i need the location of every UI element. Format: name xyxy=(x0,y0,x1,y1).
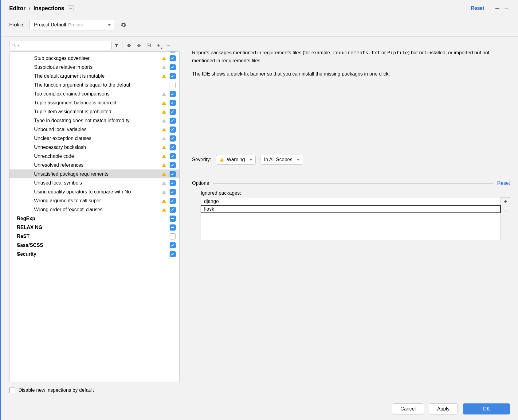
inspection-checkbox[interactable] xyxy=(170,52,176,52)
inspection-checkbox[interactable] xyxy=(170,162,176,168)
ignored-package-item[interactable]: django xyxy=(201,197,500,205)
cancel-button[interactable]: Cancel xyxy=(392,403,424,414)
inspection-checkbox[interactable] xyxy=(170,135,176,142)
inspection-checkbox[interactable] xyxy=(170,216,176,222)
svg-rect-24 xyxy=(164,147,164,148)
inspection-checkbox[interactable] xyxy=(170,153,176,159)
inspection-label: Sass/SCSS xyxy=(17,243,167,248)
inspection-checkbox[interactable] xyxy=(170,109,176,115)
breadcrumb-parent[interactable]: Editor xyxy=(9,5,26,12)
add-ignored-button[interactable]: + xyxy=(501,197,510,206)
inspection-checkbox[interactable] xyxy=(170,224,176,231)
disable-new-checkbox[interactable] xyxy=(9,387,15,393)
inspection-category[interactable]: ▸ReST xyxy=(10,232,179,241)
collapse-section-icon[interactable] xyxy=(68,6,73,11)
inspection-checkbox[interactable] xyxy=(170,64,176,70)
inspection-category[interactable]: ▸RELAX NG xyxy=(10,223,179,232)
inspection-item[interactable]: Tuple assignment balance is incorrect xyxy=(10,98,179,107)
add-inspection-button[interactable]: +▾ xyxy=(154,41,163,50)
inspection-item[interactable]: Wrong arguments to call super xyxy=(10,196,179,205)
remove-ignored-button[interactable]: − xyxy=(501,206,510,216)
inspection-category[interactable]: ▸RegExp xyxy=(10,214,179,223)
search-box[interactable]: ▾ xyxy=(9,41,112,50)
chevron-right-icon[interactable]: ▸ xyxy=(16,225,21,230)
ok-button[interactable]: OK xyxy=(463,403,510,414)
reset-default-button[interactable] xyxy=(144,41,154,50)
severity-row: Severity: Warning In All Scopes xyxy=(192,155,510,165)
inspection-checkbox[interactable] xyxy=(170,73,176,79)
apply-button[interactable]: Apply xyxy=(429,403,458,414)
chevron-right-icon[interactable]: ▸ xyxy=(16,252,21,256)
inspection-item[interactable]: Unreachable code xyxy=(10,152,179,161)
inspection-item[interactable]: Suspicious relative imports xyxy=(10,63,179,72)
inspection-checkbox[interactable] xyxy=(170,180,176,186)
inspection-checkbox[interactable] xyxy=(170,207,176,213)
inspection-category[interactable]: ▸Sass/SCSS xyxy=(10,241,179,250)
inspection-checkbox[interactable] xyxy=(170,171,176,177)
inspection-checkbox[interactable] xyxy=(170,233,176,239)
inspection-checkbox[interactable] xyxy=(170,55,176,61)
profile-gear-button[interactable] xyxy=(119,21,128,29)
inspection-checkbox[interactable] xyxy=(170,91,176,97)
inspection-checkbox[interactable] xyxy=(170,100,176,106)
chevron-right-icon[interactable]: ▸ xyxy=(16,216,21,221)
reset-link[interactable]: Reset xyxy=(471,6,484,11)
back-arrow-icon[interactable]: ← xyxy=(494,4,501,12)
options-reset-link[interactable]: Reset xyxy=(497,181,510,186)
svg-rect-30 xyxy=(164,173,164,175)
options-header: Options Reset xyxy=(192,181,510,186)
filter-button[interactable] xyxy=(112,41,121,50)
expand-all-button[interactable] xyxy=(124,41,134,50)
inspection-item[interactable]: Stub packages advertiser xyxy=(10,54,179,63)
profile-select[interactable]: Project Default Project xyxy=(29,20,114,30)
inspection-item[interactable]: The default argument is mutable xyxy=(10,72,179,80)
inspection-item[interactable]: Too complex chained comparisons xyxy=(10,89,179,98)
inspection-checkbox[interactable] xyxy=(170,251,176,257)
warning-triangle-icon xyxy=(162,207,167,212)
chevron-right-icon: › xyxy=(29,5,30,11)
inspection-label: Tuple assignment balance is incorrect xyxy=(34,100,160,106)
inspection-checkbox[interactable] xyxy=(170,198,176,204)
inspection-item[interactable]: Type in docstring does not match inferre… xyxy=(10,116,179,125)
warning-triangle-icon xyxy=(162,172,167,177)
inspection-tree[interactable]: Statement has no effectStub packages adv… xyxy=(9,51,180,382)
inspection-label: Tuple item assignment is prohibited xyxy=(34,109,160,115)
inspection-item[interactable]: Unclear exception clauses xyxy=(10,134,179,143)
inspection-checkbox[interactable] xyxy=(170,242,176,248)
svg-rect-10 xyxy=(164,76,164,77)
inspection-checkbox[interactable] xyxy=(170,144,176,150)
remove-inspection-button[interactable]: − xyxy=(163,41,173,50)
inspection-label: Type in docstring does not match inferre… xyxy=(34,118,160,123)
inspection-item[interactable]: The function argument is equal to the de… xyxy=(10,80,179,89)
svg-rect-28 xyxy=(164,165,164,166)
svg-rect-13 xyxy=(164,95,164,95)
inspection-checkbox[interactable] xyxy=(170,82,176,88)
ignored-packages-box: djangoflask + − xyxy=(201,197,510,240)
inspection-item[interactable]: Statement has no effect xyxy=(10,52,179,54)
inspection-item[interactable]: Unnecessary backslash xyxy=(10,143,179,152)
collapse-all-button[interactable] xyxy=(134,41,144,50)
inspection-item[interactable]: Using equality operators to compare with… xyxy=(10,187,179,196)
inspection-item[interactable]: Unbound local variables xyxy=(10,125,179,134)
inspection-checkbox[interactable] xyxy=(170,126,176,133)
inspection-item[interactable]: Unresolved references xyxy=(10,161,179,169)
inspection-checkbox[interactable] xyxy=(170,118,176,124)
inspection-label: Security xyxy=(17,251,167,257)
chevron-right-icon[interactable]: ▸ xyxy=(16,243,21,247)
svg-rect-11 xyxy=(164,77,164,77)
inspection-category[interactable]: ▸Security xyxy=(10,250,179,259)
inspection-checkbox[interactable] xyxy=(170,189,176,195)
severity-combo[interactable]: Warning xyxy=(216,155,256,165)
ignored-packages-list[interactable]: djangoflask xyxy=(201,197,501,240)
search-input[interactable] xyxy=(20,43,109,48)
warning-triangle-icon xyxy=(162,163,167,168)
inspection-item[interactable]: Wrong order of 'except' clauses xyxy=(10,205,179,214)
inspection-item[interactable]: Tuple item assignment is prohibited xyxy=(10,107,179,116)
chevron-right-icon[interactable]: ▸ xyxy=(16,234,21,239)
warning-triangle-icon xyxy=(162,91,167,96)
settings-dialog: Editor › Inspections Reset ← → Profile: … xyxy=(0,0,518,420)
ignored-package-item[interactable]: flask xyxy=(201,205,501,213)
inspection-item[interactable]: Unused local symbols xyxy=(10,178,179,187)
scope-combo[interactable]: In All Scopes xyxy=(261,155,303,165)
inspection-item[interactable]: Unsatisfied package requirements xyxy=(10,169,179,178)
